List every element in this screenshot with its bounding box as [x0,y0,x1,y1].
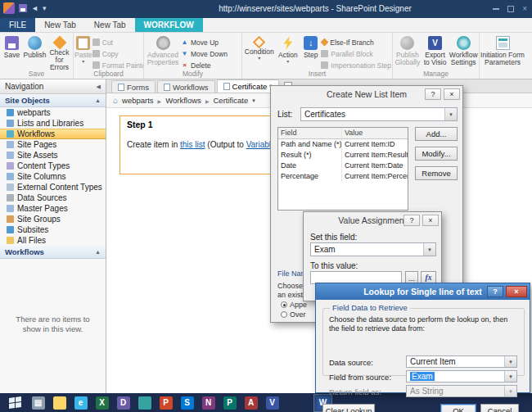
breadcrumb-item[interactable]: webparts [122,96,161,105]
start-button[interactable] [4,393,25,412]
remove-button[interactable]: Remove [415,166,458,180]
move-down-button[interactable]: ▼ Move Down [181,48,228,59]
save-button[interactable]: Save [1,34,23,59]
table-row[interactable]: Path and Name (*) Current Item:ID [278,139,408,150]
export-to-visio-button[interactable]: V Export to Visio [422,34,449,66]
this-list-link[interactable]: this list [180,140,205,149]
nav-item[interactable]: Data Sources [0,192,106,203]
nav-item[interactable]: Content Types [0,161,106,171]
taskbar-sharepoint-designer[interactable]: D [114,394,133,412]
lookup-dialog-title-bar[interactable]: Lookup for Single line of text ? × [316,283,530,300]
nav-item[interactable]: Site Columns [0,171,106,182]
append-radio-icon[interactable] [281,301,287,308]
modify-button[interactable]: Modify... [415,147,458,161]
taskbar-internet-explorer[interactable]: e [71,394,90,412]
nav-item[interactable]: Subsites [0,224,106,235]
else-if-branch-button[interactable]: Else-If Branch [321,37,391,48]
document-tab[interactable]: Workflows [157,80,215,93]
nav-item[interactable]: Site Assets [0,150,106,161]
move-up-button[interactable]: ▲ Move Up [181,37,228,48]
field-from-source-combobox[interactable]: Exam ▼ [406,370,517,383]
close-dialog-button[interactable]: × [506,286,527,297]
site-objects-collapse-icon[interactable]: ▲ [95,97,101,103]
ribbon-tab[interactable]: New Tab [85,18,135,32]
overwrite-radio-icon[interactable] [281,311,287,318]
set-field-dropdown-icon[interactable]: ▼ [423,243,435,256]
site-objects-header[interactable]: Site Objects ▲ [0,94,106,107]
check-for-errors-button[interactable]: Check for Errors [47,34,72,71]
nav-item[interactable]: Workflows [0,129,106,139]
maximize-button[interactable] [507,6,514,12]
taskbar-excel[interactable]: X [92,394,111,412]
workflows-collapse-icon[interactable]: ▲ [95,249,101,255]
close-dialog-button[interactable]: × [422,215,439,226]
taskbar-powerpoint[interactable]: P [156,394,175,412]
workflow-settings-button[interactable]: Workflow Settings [449,34,478,66]
data-source-dropdown-icon[interactable]: ▼ [504,356,516,367]
document-tab[interactable]: Forms [111,80,156,93]
taskbar-server-manager[interactable]: ▤ [29,394,47,412]
breadcrumb-item[interactable]: Certificate [214,96,249,105]
breadcrumb-dropdown-icon[interactable]: ▾ [252,97,255,104]
taskbar-lync[interactable]: S [178,394,196,412]
workflows-section-header[interactable]: Workflows ▲ [0,246,106,259]
breadcrumb-items: webparts Workflows Certificate [122,96,248,105]
list-combobox[interactable]: Certificates ▼ [300,107,458,121]
action-button[interactable]: Action ▾ [276,34,301,64]
table-row[interactable]: Date Current Item:Date [278,161,408,171]
ok-button[interactable]: OK [440,404,476,412]
step-button[interactable]: ↓ Step [300,34,321,59]
clear-lookup-button[interactable]: Clear Lookup [322,404,375,412]
field-value-table[interactable]: Field Value Path and Name (*) Current It… [277,127,408,211]
table-row[interactable]: Result (*) Current Item:Result [278,150,408,161]
data-source-combobox[interactable]: Current Item ▼ [406,355,517,368]
cancel-button[interactable]: Cancel [480,404,519,412]
taskbar-app-teal[interactable] [135,394,154,412]
ribbon-tab[interactable]: WORKFLOW [135,18,203,32]
publish-globally-button[interactable]: Publish Globally [394,34,422,66]
minimize-button[interactable] [493,8,499,10]
undo-icon[interactable]: ◄ [31,2,38,14]
nav-item[interactable]: Lists and Libraries [0,118,106,129]
field-from-source-dropdown-icon[interactable]: ▼ [504,371,516,382]
cut-button[interactable]: Cut [92,37,144,48]
create-item-dialog-title-bar[interactable]: Create New List Item ? × [271,86,462,102]
taskbar-publisher[interactable]: P [220,394,239,412]
close-dialog-button[interactable]: × [444,88,460,100]
taskbar-visio[interactable]: V [263,394,282,412]
condition-button[interactable]: Condition ▾ [243,34,276,61]
nav-item[interactable]: Site Pages [0,139,106,150]
add-button[interactable]: Add... [415,127,458,141]
collapse-nav-icon[interactable]: ◀ [97,84,101,90]
taskbar-access[interactable]: A [241,394,260,412]
set-field-combobox[interactable]: Exam ▼ [310,242,436,256]
advanced-properties-button[interactable]: Advanced Properties [145,34,181,66]
nav-item[interactable]: Master Pages [0,203,106,214]
table-row[interactable]: Percentage Current Item:Percentage [278,171,408,182]
nav-item[interactable]: External Content Types [0,182,106,192]
paste-button[interactable]: Paste ▾ [74,34,92,64]
initiation-form-parameters-button[interactable]: Initiation Form Parameters [480,34,525,66]
taskbar-onenote[interactable]: N [199,394,218,412]
nav-item[interactable]: webparts [0,107,106,118]
app-icon[interactable] [3,2,15,14]
parallel-block-button[interactable]: Parallel Block [321,48,391,59]
breadcrumb-item[interactable]: Workflows [165,96,209,105]
close-button[interactable]: × [522,5,527,13]
qat-dropdown-icon[interactable]: ▾ [43,2,47,14]
ribbon-tab[interactable]: FILE [0,18,35,32]
copy-button[interactable]: Copy [92,48,144,59]
help-button[interactable]: ? [487,286,503,297]
taskbar-app-icon: A [245,396,258,410]
help-button[interactable]: ? [425,88,441,100]
ribbon-tab[interactable]: New Tab [35,18,85,32]
value-assignment-title-bar[interactable]: Value Assignment ? × [304,212,441,229]
nav-item[interactable]: Site Groups [0,214,106,224]
nav-item[interactable]: All Files [0,235,106,246]
value-column-header: Value [342,128,408,138]
list-combobox-dropdown-icon[interactable]: ▼ [444,108,457,120]
quick-save-icon[interactable] [19,4,27,12]
taskbar-file-explorer[interactable] [50,394,69,412]
publish-button[interactable]: Publish [23,34,47,59]
help-button[interactable]: ? [404,215,420,226]
